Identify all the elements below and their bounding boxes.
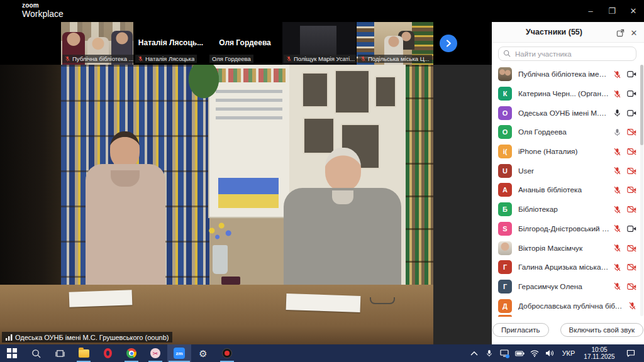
- participant-name: Одеська ОУНБ імені М.С. Гру...: [518, 109, 613, 118]
- screen-recorder-icon[interactable]: [215, 344, 239, 362]
- participant-display-name: Наталія Лясоць...: [134, 38, 208, 47]
- restore-button[interactable]: ❐: [601, 0, 623, 22]
- participant-name: Галина Арцизька міська публі...: [518, 263, 613, 272]
- participant-avatar: S: [498, 222, 512, 236]
- camera-on-icon: [627, 70, 636, 78]
- filmstrip-thumbnail[interactable]: Поліщук Марія Усаті...: [282, 22, 356, 65]
- participant-name: iPhone (Наталия): [518, 147, 613, 156]
- participant-row[interactable]: ККатерина Черн... (Организатор): [492, 84, 640, 104]
- participant-row[interactable]: ДДоброславська публічна бібліоте...: [492, 296, 640, 315]
- participant-row[interactable]: ООля Гордеева: [492, 123, 640, 142]
- close-panel-icon[interactable]: ✕: [629, 28, 639, 38]
- settings-icon[interactable]: ⚙: [191, 344, 215, 362]
- participant-row[interactable]: SБілгород-Дністровський КУ "П...: [492, 219, 640, 239]
- camera-on-icon: [627, 109, 636, 117]
- mic-on-icon: [613, 109, 621, 117]
- microphone-icon[interactable]: [482, 344, 497, 362]
- camera-off-icon: [627, 167, 636, 175]
- participant-avatar: Г: [498, 260, 512, 274]
- participant-row[interactable]: ААнаньів бібліотека: [492, 180, 640, 200]
- action-center-icon[interactable]: [620, 344, 641, 362]
- participant-name: Ананьів бібліотека: [518, 185, 613, 194]
- battery-icon[interactable]: [512, 344, 527, 362]
- participant-name: Герасимчук Олена: [518, 282, 613, 291]
- participant-name: Білгород-Дністровський КУ "П...: [518, 224, 613, 233]
- filmstrip-thumbnail[interactable]: Подільська міська Ц...: [357, 22, 433, 65]
- participant-row[interactable]: i(iPhone (Наталия): [492, 142, 640, 162]
- wifi-icon[interactable]: [527, 344, 542, 362]
- person-left-head: [110, 131, 140, 168]
- logo-workplace-text: Workplace: [22, 9, 64, 19]
- participant-avatar: Д: [498, 299, 512, 313]
- thumbnail-name-label: Наталія Лясоцька: [135, 55, 197, 63]
- thumbnail-name-label: Публічна бібліотека ...: [62, 55, 133, 63]
- mic-on-icon: [613, 128, 621, 136]
- search-input[interactable]: [514, 50, 631, 58]
- participant-row[interactable]: UUser: [492, 161, 640, 180]
- screenshot-tool-icon[interactable]: ✂: [143, 344, 167, 362]
- filmstrip-thumbnail[interactable]: Оля ГордееваОля Гордеева: [208, 22, 282, 65]
- opera-icon[interactable]: [96, 344, 119, 362]
- tray-expand-icon[interactable]: [467, 344, 482, 362]
- minimize-button[interactable]: –: [580, 0, 601, 22]
- zoom-workplace-window: zoom Workplace – ❐ ✕ Публічна бібліотека…: [0, 0, 644, 362]
- close-button[interactable]: ✕: [623, 0, 644, 22]
- mic-muted-icon: [613, 244, 621, 252]
- muted-mic-icon: [65, 56, 70, 62]
- scene-flowers: [206, 221, 234, 246]
- participant-row[interactable]: ББібліотекар: [492, 200, 640, 219]
- participant-avatar: [498, 241, 512, 255]
- chrome-icon[interactable]: [119, 344, 143, 362]
- file-explorer-icon[interactable]: [72, 344, 96, 362]
- participant-name: Публічна бібліотека імені ... (Я): [518, 70, 613, 79]
- start-icon[interactable]: [0, 344, 24, 362]
- volume-icon[interactable]: [542, 344, 557, 362]
- participant-name: Бібліотекар: [518, 205, 613, 214]
- search-icon[interactable]: [24, 344, 48, 362]
- camera-off-icon: [627, 186, 636, 194]
- participant-row[interactable]: Вікторія Максімчук: [492, 238, 640, 258]
- language-indicator[interactable]: УКР: [558, 349, 579, 357]
- filmstrip-thumbnail[interactable]: Наталія Лясоць... Наталія Лясоцька: [134, 22, 208, 65]
- camera-off-icon: [627, 128, 636, 136]
- muted-mic-icon: [360, 56, 366, 62]
- participant-search[interactable]: [498, 47, 636, 61]
- unmute-self-button[interactable]: Включить свой звук: [560, 323, 643, 337]
- title-bar: zoom Workplace – ❐ ✕: [0, 0, 644, 22]
- filmstrip-thumbnail[interactable]: Публічна бібліотека ...: [61, 22, 133, 65]
- invite-button[interactable]: Пригласить: [492, 323, 549, 337]
- participant-avatar: А: [498, 183, 512, 197]
- speaker-name-text: Одеська ОУНБ імені М.С. Грушевського (oo…: [15, 334, 169, 341]
- thumbnail-name-label: Оля Гордеева: [209, 55, 253, 63]
- mic-muted-icon: [613, 167, 621, 175]
- task-view-icon[interactable]: [48, 344, 72, 362]
- logo-zoom-text: zoom: [22, 3, 64, 9]
- stage-background: [433, 65, 492, 344]
- person-right-body: [284, 188, 401, 301]
- scrollbar-thumb[interactable]: [640, 65, 643, 145]
- participant-display-name: Оля Гордеева: [208, 38, 282, 47]
- participant-row[interactable]: ГГерасимчук Олена: [492, 277, 640, 297]
- mic-muted-icon: [613, 263, 621, 272]
- partial-next-avatar: [498, 315, 512, 317]
- mic-muted-icon: [613, 148, 621, 156]
- cast-display-icon[interactable]: [497, 344, 512, 362]
- clock[interactable]: 10:05 17.11.2025: [580, 346, 619, 360]
- participant-row[interactable]: ООдеська ОУНБ імені М.С. Гру...: [492, 103, 640, 123]
- participant-row[interactable]: Публічна бібліотека імені ... (Я): [492, 65, 640, 84]
- participant-avatar: Г: [498, 280, 512, 293]
- pop-out-icon[interactable]: [615, 28, 625, 38]
- next-videos-button[interactable]: [440, 35, 457, 52]
- camera-off-icon: [627, 148, 636, 155]
- participant-row[interactable]: ГГалина Арцизька міська публі...: [492, 258, 640, 277]
- window-controls: – ❐ ✕: [580, 0, 644, 22]
- camera-off-icon: [627, 283, 636, 290]
- zoom-app-icon[interactable]: zm: [167, 344, 191, 362]
- scene-poster: [209, 65, 289, 217]
- scene-bookshelf-right: [406, 65, 433, 304]
- participant-avatar: [498, 67, 512, 81]
- tray-time: 10:05: [591, 346, 607, 353]
- camera-on-icon: [627, 90, 636, 97]
- speaker-name-label: Одеська ОУНБ імені М.С. Грушевського (oo…: [2, 332, 172, 343]
- scene-plant: [186, 65, 221, 101]
